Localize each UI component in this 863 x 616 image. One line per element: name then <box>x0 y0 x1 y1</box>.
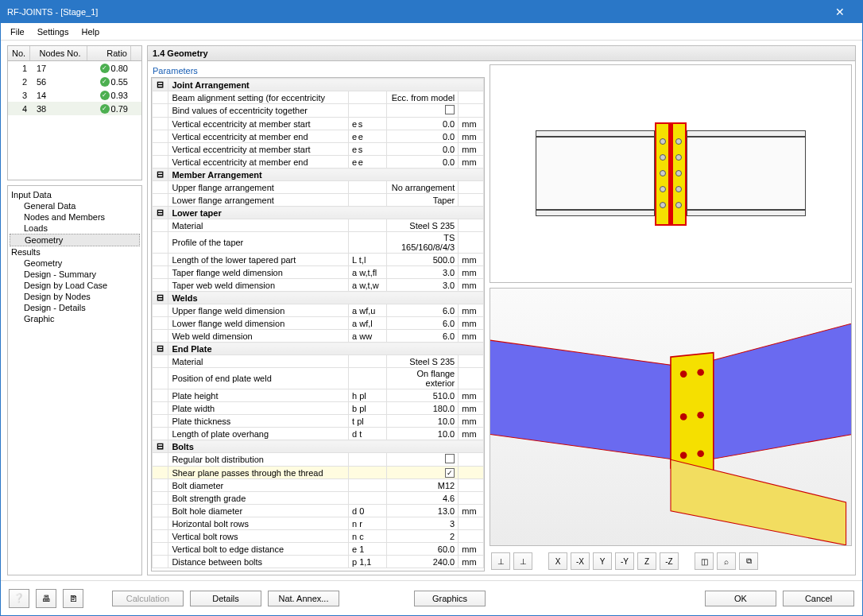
menu-settings[interactable]: Settings <box>31 25 75 38</box>
param-row[interactable]: Vertical eccentricity at member starte s… <box>153 118 484 130</box>
footer-bar: ❔ 🖶 🖹 Calculation Details Nat. Annex... … <box>1 580 862 615</box>
param-row[interactable]: Lower flange arrangementTaper <box>153 194 484 207</box>
table-row[interactable]: 256✓0.55 <box>8 75 141 88</box>
col-ratio: Ratio <box>87 46 131 60</box>
param-row[interactable]: Position of end plate weldOn flange exte… <box>153 368 484 389</box>
nav-tree[interactable]: Input DataGeneral DataNodes and MembersL… <box>7 185 142 575</box>
menu-bar: File Settings Help <box>1 23 862 41</box>
param-row[interactable]: Beam alignment setting (for eccentricity… <box>153 91 484 104</box>
param-row[interactable]: Regular bolt distribution <box>153 453 484 467</box>
param-row[interactable]: Web weld dimensiona ww6.0mm <box>153 330 484 343</box>
preview-3d[interactable] <box>490 288 852 546</box>
node-table[interactable]: No. Nodes No. Ratio 117✓0.80256✓0.55314✓… <box>7 45 142 180</box>
tree-item[interactable]: Design by Load Case <box>10 280 140 291</box>
param-row[interactable]: Plate heighth pl510.0mm <box>153 389 484 402</box>
view-icon[interactable]: ⌕ <box>717 552 736 570</box>
table-row[interactable]: 438✓0.79 <box>8 102 141 115</box>
param-row[interactable]: Shear plane passes through the thread✓ <box>153 467 484 479</box>
param-row[interactable]: Bolt hole diameterd 013.0mm <box>153 505 484 517</box>
view-icon[interactable]: Y <box>593 552 612 570</box>
param-row[interactable]: Taper web weld dimensiona w,t,w3.0mm <box>153 279 484 292</box>
check-icon: ✓ <box>100 104 110 114</box>
export-icon[interactable]: 🖶 <box>36 589 56 608</box>
menu-file[interactable]: File <box>4 25 31 38</box>
view-icon[interactable]: ⊥ <box>491 552 510 570</box>
param-group[interactable]: ⊟End Plate <box>153 343 484 355</box>
param-row[interactable]: Horizontal bolt rowsn r3 <box>153 517 484 530</box>
svg-point-6 <box>680 413 687 420</box>
param-row[interactable]: Plate thicknesst pl10.0mm <box>153 415 484 428</box>
view-icon[interactable]: ⊥ <box>513 552 532 570</box>
preview-2d[interactable] <box>490 64 852 283</box>
col-nodes: Nodes No. <box>30 46 87 60</box>
param-row[interactable]: Vertical eccentricity at member ende e0.… <box>153 156 484 169</box>
param-group[interactable]: ⊟Bolts <box>153 440 484 453</box>
tree-item[interactable]: Geometry <box>10 258 140 269</box>
param-group[interactable]: ⊟Joint Arrangement <box>153 79 484 91</box>
parameters-grid[interactable]: ⊟Joint ArrangementBeam alignment setting… <box>151 77 485 571</box>
window-title: RF-JOINTS - [Stage_1] <box>7 7 824 17</box>
view-icon[interactable]: ◫ <box>695 552 714 570</box>
param-row[interactable]: MaterialSteel S 235 <box>153 355 484 368</box>
nat-annex-button[interactable]: Nat. Annex... <box>268 591 339 606</box>
view-icon[interactable]: Z <box>637 552 656 570</box>
param-group[interactable]: ⊟Member Arrangement <box>153 169 484 181</box>
param-row[interactable]: Bind values of eccentricity together <box>153 104 484 118</box>
param-group[interactable]: ⊟Welds <box>153 292 484 304</box>
tree-item[interactable]: Loads <box>10 223 140 234</box>
param-row[interactable]: Profile of the taperTS 165/160/8/4/3 <box>153 232 484 254</box>
param-row[interactable]: Vertical bolt to edge distancee 160.0mm <box>153 543 484 556</box>
param-row[interactable]: Bolt diameterM12 <box>153 479 484 492</box>
table-row[interactable]: 117✓0.80 <box>8 61 141 75</box>
menu-help[interactable]: Help <box>75 25 106 38</box>
parameters-label: Parameters <box>151 64 485 77</box>
tree-group[interactable]: Input Data <box>10 189 140 200</box>
tree-item[interactable]: Design by Nodes <box>10 291 140 302</box>
param-group[interactable]: ⊟Lower taper <box>153 207 484 219</box>
tree-item[interactable]: Design - Details <box>10 302 140 313</box>
tree-item[interactable]: Geometry <box>10 234 140 246</box>
svg-marker-0 <box>490 340 675 460</box>
param-row[interactable]: Length of plate overhangd t10.0mm <box>153 428 484 440</box>
tree-item[interactable]: Design - Summary <box>10 269 140 280</box>
param-row[interactable]: Vertical eccentricity at member ende e0.… <box>153 130 484 143</box>
param-row[interactable]: Upper flange weld dimensiona wf,u6.0mm <box>153 304 484 317</box>
param-row[interactable]: Distance between boltsp 1,1240.0mm <box>153 556 484 568</box>
view-icon[interactable]: -X <box>571 552 590 570</box>
export2-icon[interactable]: 🖹 <box>63 589 83 608</box>
svg-marker-1 <box>709 323 851 459</box>
param-row[interactable]: Bolt strength grade4.6 <box>153 492 484 505</box>
view-icon[interactable]: X <box>548 552 567 570</box>
table-row[interactable]: 314✓0.93 <box>8 88 141 102</box>
param-row[interactable]: Vertical bolt rowsn c2 <box>153 530 484 543</box>
help-icon[interactable]: ❔ <box>9 589 29 608</box>
view-icon[interactable]: -Y <box>615 552 634 570</box>
tree-item[interactable]: Nodes and Members <box>10 211 140 223</box>
tree-item[interactable]: Graphic <box>10 313 140 324</box>
param-row[interactable]: Plate widthb pl180.0mm <box>153 402 484 415</box>
view-icon[interactable]: ⧉ <box>739 552 758 570</box>
param-row[interactable]: Lower flange weld dimensiona wf,l6.0mm <box>153 317 484 330</box>
svg-point-4 <box>680 370 687 378</box>
tree-item[interactable]: General Data <box>10 200 140 211</box>
tree-group[interactable]: Results <box>10 246 140 258</box>
check-icon: ✓ <box>100 64 110 73</box>
param-row[interactable]: Upper flange arrangementNo arrangement <box>153 181 484 194</box>
param-row[interactable]: Length of the lower tapered partL t,l500… <box>153 254 484 266</box>
param-row[interactable]: Vertical eccentricity at member starte s… <box>153 143 484 156</box>
calculation-button[interactable]: Calculation <box>112 591 184 606</box>
cancel-button[interactable]: Cancel <box>783 591 854 606</box>
view-icon[interactable]: -Z <box>660 552 679 570</box>
ok-button[interactable]: OK <box>705 591 776 606</box>
svg-point-9 <box>697 451 704 458</box>
param-row[interactable]: Taper flange weld dimensiona w,t,fl3.0mm <box>153 266 484 279</box>
close-icon[interactable]: ✕ <box>824 6 856 18</box>
check-icon: ✓ <box>100 77 110 87</box>
details-button[interactable]: Details <box>190 591 261 606</box>
svg-marker-3 <box>671 459 846 545</box>
param-row[interactable]: MaterialSteel S 235 <box>153 219 484 232</box>
svg-point-7 <box>697 412 704 419</box>
panel-title: 1.4 Geometry <box>148 46 855 61</box>
svg-marker-2 <box>671 353 714 473</box>
graphics-button[interactable]: Graphics <box>414 591 486 606</box>
